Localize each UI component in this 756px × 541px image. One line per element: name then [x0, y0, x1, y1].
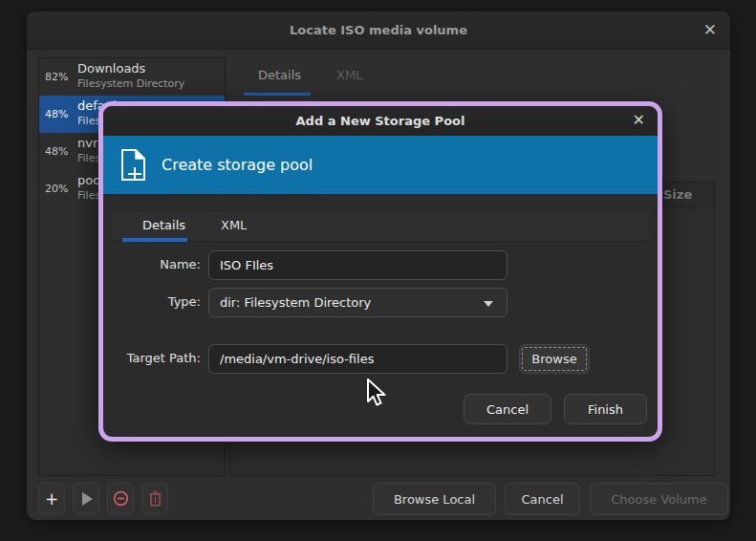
name-label: Name:	[110, 257, 201, 271]
add-storage-pool-dialog: Add a New Storage Pool ✕ Create storage …	[98, 101, 662, 442]
stop-pool-button[interactable]	[107, 483, 134, 514]
stop-circle-icon	[113, 490, 129, 507]
dialog-active-tab-underline	[122, 238, 187, 242]
pool-usage-percent: 48%	[45, 108, 68, 120]
window-title: Locate ISO media volume	[27, 11, 730, 50]
window-close-icon[interactable]: ✕	[703, 11, 717, 50]
add-pool-button[interactable]: +	[38, 483, 65, 514]
choose-volume-label: Choose Volume	[611, 492, 706, 507]
pool-detail-tabs: Details XML	[229, 57, 717, 96]
browse-button[interactable]: Browse	[519, 344, 590, 374]
pool-usage-percent: 82%	[45, 71, 68, 83]
trash-icon	[148, 490, 162, 507]
target-path-input[interactable]	[208, 344, 508, 374]
dialog-tabs: Details XML	[112, 212, 649, 242]
target-path-label: Target Path:	[110, 351, 201, 365]
pool-name: Downloads	[77, 61, 145, 76]
window-cancel-label: Cancel	[521, 492, 563, 507]
browse-button-label: Browse	[531, 352, 576, 366]
pool-type: Filesystem Directory	[77, 77, 184, 90]
play-icon	[82, 492, 93, 506]
dialog-finish-label: Finish	[588, 402, 623, 417]
type-label: Type:	[110, 294, 201, 309]
window-cancel-button[interactable]: Cancel	[505, 483, 580, 515]
plus-icon: +	[45, 489, 58, 509]
pool-row-downloads[interactable]: 82% Downloads Filesystem Directory	[39, 58, 225, 96]
dialog-finish-button[interactable]: Finish	[564, 394, 647, 424]
type-dropdown[interactable]: dir: Filesystem Directory	[208, 288, 508, 317]
dialog-cancel-label: Cancel	[486, 402, 529, 417]
dialog-close-icon[interactable]: ✕	[633, 106, 645, 136]
size-column-header[interactable]: Size	[663, 187, 692, 202]
type-dropdown-value: dir: Filesystem Directory	[220, 295, 371, 310]
dialog-tab-xml[interactable]: XML	[221, 212, 247, 239]
tab-xml[interactable]: XML	[336, 57, 362, 93]
dialog-tab-details[interactable]: Details	[142, 212, 185, 239]
dialog-titlebar[interactable]: Add a New Storage Pool ✕	[103, 106, 658, 136]
name-input[interactable]	[208, 250, 508, 280]
dialog-header-title: Create storage pool	[162, 156, 313, 174]
pool-usage-percent: 48%	[45, 145, 68, 158]
browse-local-button[interactable]: Browse Local	[373, 483, 496, 515]
pool-usage-percent: 20%	[45, 183, 68, 195]
active-tab-underline	[244, 93, 311, 96]
dialog-title: Add a New Storage Pool	[103, 106, 658, 136]
start-pool-button[interactable]	[73, 483, 99, 514]
choose-volume-button[interactable]: Choose Volume	[590, 483, 728, 515]
new-document-icon	[119, 148, 148, 183]
dialog-header-banner: Create storage pool	[103, 136, 658, 194]
delete-pool-button[interactable]	[141, 483, 168, 514]
tab-details[interactable]: Details	[258, 57, 301, 93]
dialog-cancel-button[interactable]: Cancel	[464, 394, 551, 424]
window-titlebar[interactable]: Locate ISO media volume ✕	[27, 11, 730, 50]
browse-local-label: Browse Local	[394, 492, 475, 507]
chevron-down-icon	[484, 301, 493, 307]
